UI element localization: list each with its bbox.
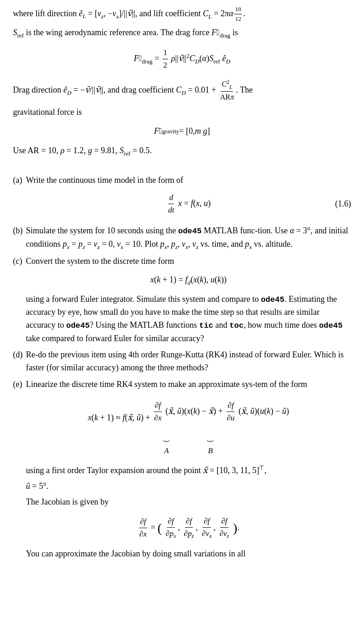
part-d: (d) Re-do the previous item using 4th or… [13,349,351,374]
part-e-label: (e) [13,378,26,563]
grav-intro: gravitational force is [13,106,351,119]
part-c: (c) Convert the system to the discrete t… [13,255,351,345]
linearization-equation: x(k + 1) ≈ f(x̃, ũ) + ∂f ∂x (x̃, ũ)(x(k)… [26,399,351,424]
taylor-expansion: using a first order Taylor expansion aro… [26,463,351,477]
part-a-content: Write the continuous time model in the f… [26,174,351,221]
part-c-label: (c) [13,255,26,345]
part-e-content: Linearize the discrete time RK4 system t… [26,378,351,563]
part-b-content: Simulate the system for 10 seconds using… [26,225,351,251]
eq-16: d dt x = f(x, u) (1.6) [26,192,351,217]
fdrag-equation: F⃗drag = 1 2 ρ||v̄||2CD(α)Sref êD [13,47,351,72]
fgravity-equation: F⃗gravity = [0, m g] [13,125,351,138]
part-d-label: (d) [13,349,26,374]
equation-number-16: (1.6) [335,198,352,211]
part-b-label: (b) [13,225,26,251]
jacobian-equation: ∂f ∂x = ( ∂f ∂px , ∂f ∂pz , ∂f ∂ [26,515,351,541]
part-c-content: Convert the system to the discrete time … [26,255,351,345]
ode45-ref-c2: ode45 [66,321,90,330]
discrete-eq: x(k + 1) = fd(x(k), u(k)) [26,274,351,287]
ode45-ref-c: ode45 [261,295,284,304]
u-tilde: ũ = 5°. [26,480,351,493]
part-b: (b) Simulate the system for 10 seconds u… [13,225,351,251]
ode45-ref-b: ode45 [178,227,202,236]
parameters: Use AR = 10, ρ = 1.2, g = 9.81, Sref = 0… [13,144,351,158]
part-a: (a) Write the continuous time model in t… [13,174,351,221]
part-e: (e) Linearize the discrete time RK4 syst… [13,378,351,563]
part-d-content: Re-do the previous item using 4th order … [26,349,351,374]
line-lift-direction: where lift direction êL = [vz, −vx]/||v̄… [13,5,351,24]
toc-ref: toc [229,321,244,330]
jacobian-intro: The Jacobian is given by [26,496,351,509]
ode45-ref-c3: ode45 [319,321,343,330]
line-sref: Sref is the wing aerodynamic reference a… [13,26,351,40]
underbrace-labels: ⏟ A ⏟ B [26,429,351,457]
tic-ref: tic [199,321,213,330]
part-a-label: (a) [13,174,26,221]
drag-direction: Drag direction êD = −v̄/||v̄||, and drag… [13,78,351,103]
approx-jacobian: You can approximate the Jacobian by doin… [26,548,351,561]
main-content: where lift direction êL = [vz, −vx]/||v̄… [13,5,351,563]
